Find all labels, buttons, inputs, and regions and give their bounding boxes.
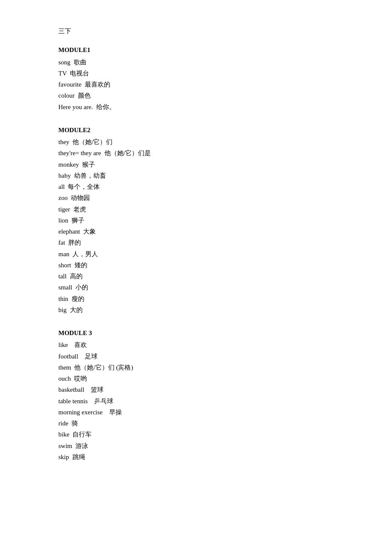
vocab-item: big 大的	[58, 304, 334, 315]
vocab-item: swim 游泳	[58, 440, 334, 451]
vocab-item: elephant 大象	[58, 226, 334, 237]
vocab-item: man 人，男人	[58, 249, 334, 260]
vocab-item: colour 颜色	[58, 90, 334, 101]
vocab-item: bike 自行车	[58, 429, 334, 440]
vocab-item: football 足球	[58, 351, 334, 362]
vocab-item: lion 狮子	[58, 215, 334, 226]
vocab-item: baby 幼兽，幼畜	[58, 170, 334, 181]
page-title: 三下	[58, 26, 334, 37]
vocab-item: favourite 最喜欢的	[58, 79, 334, 90]
vocab-item: small 小的	[58, 282, 334, 293]
vocab-item: thin 瘦的	[58, 293, 334, 304]
vocab-item: basketball 篮球	[58, 384, 334, 395]
vocab-item: TV 电视台	[58, 68, 334, 79]
vocab-item: tall 高的	[58, 271, 334, 282]
vocab-item: ride 骑	[58, 418, 334, 429]
vocab-item: they 他（她/它）们	[58, 136, 334, 147]
vocab-item: table tennis 乒乓球	[58, 396, 334, 407]
vocab-item: like 喜欢	[58, 339, 334, 350]
module-title-module3: MODULE 3	[58, 327, 334, 338]
vocab-item: ouch 哎哟	[58, 373, 334, 384]
vocab-item: tiger 老虎	[58, 204, 334, 215]
vocab-item: morning exercise 早操	[58, 407, 334, 418]
vocab-item: short 矮的	[58, 260, 334, 271]
vocab-item: they're= they are 他（她/它）们是	[58, 147, 334, 159]
vocab-item: skip 跳绳	[58, 451, 334, 462]
vocab-item: zoo 动物园	[58, 192, 334, 203]
vocab-item: Here you are. 给你。	[58, 101, 334, 113]
vocab-item: all 每个，全体	[58, 181, 334, 192]
vocab-item: fat 胖的	[58, 237, 334, 248]
module-title-module1: MODULE1	[58, 44, 334, 55]
module-title-module2: MODULE2	[58, 124, 334, 136]
vocab-item: monkey 猴子	[58, 159, 334, 170]
vocab-item: them 他（她/它）们 (宾格)	[58, 362, 334, 373]
vocab-item: song 歌曲	[58, 57, 334, 68]
